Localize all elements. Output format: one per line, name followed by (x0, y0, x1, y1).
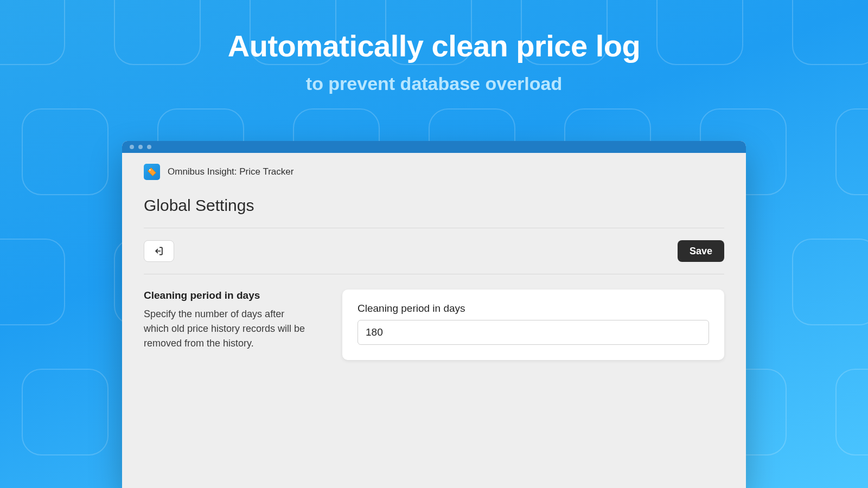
cleaning-period-input[interactable] (358, 320, 709, 345)
window-titlebar (122, 141, 746, 153)
field-title: Cleaning period in days (144, 290, 312, 301)
hero-subtitle: to prevent database overload (0, 73, 868, 94)
app-window: Omnibus Insight: Price Tracker Global Se… (122, 141, 746, 488)
save-button[interactable]: Save (678, 240, 724, 262)
svg-point-0 (149, 169, 150, 170)
form-row-cleaning-period: Cleaning period in days Specify the numb… (144, 274, 724, 360)
app-icon (144, 164, 160, 180)
field-description: Specify the number of days after which o… (144, 307, 312, 351)
field-card: Cleaning period in days (342, 290, 724, 360)
toolbar: Save (144, 228, 724, 274)
window-dot (147, 145, 151, 149)
price-tag-icon (147, 167, 157, 177)
back-icon (154, 246, 164, 256)
field-description-block: Cleaning period in days Specify the numb… (144, 290, 312, 360)
app-name: Omnibus Insight: Price Tracker (168, 166, 293, 177)
window-dot (138, 145, 143, 149)
field-label: Cleaning period in days (358, 303, 709, 314)
hero: Automatically clean price log to prevent… (0, 28, 868, 94)
app-header: Omnibus Insight: Price Tracker (122, 153, 746, 185)
page-title: Global Settings (144, 196, 724, 215)
hero-title: Automatically clean price log (0, 28, 868, 63)
window-dot (130, 145, 134, 149)
back-button[interactable] (144, 240, 174, 262)
